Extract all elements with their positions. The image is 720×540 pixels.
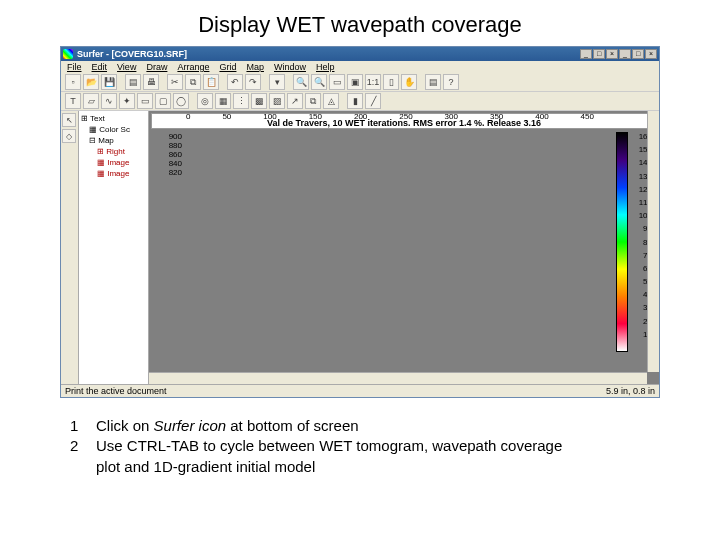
x-axis: 0 50 100 150 200 250 300 350 400 450 [186, 112, 594, 124]
restore-icon[interactable]: □ [593, 49, 605, 59]
doc-restore-icon[interactable]: □ [632, 49, 644, 59]
text-icon[interactable]: T [65, 93, 81, 109]
object-manager-icon[interactable]: ▤ [425, 74, 441, 90]
titlebar-text: Surfer - [COVERG10.SRF] [77, 49, 576, 59]
ellipse-icon[interactable]: ◯ [173, 93, 189, 109]
tree-item[interactable]: ⊟ Map [81, 135, 146, 146]
y-tick: 880 [152, 141, 182, 150]
status-text: Print the active document [65, 386, 167, 396]
basemap-icon[interactable]: ▦ [215, 93, 231, 109]
copy-icon[interactable]: ⧉ [185, 74, 201, 90]
statusbar: Print the active document 5.9 in, 0.8 in [61, 384, 659, 397]
polyline-icon[interactable]: ∿ [101, 93, 117, 109]
workspace: ↖ ◇ ⊞ Text ▦ Color Sc ⊟ Map ⊞ Right ▦ Im… [61, 111, 659, 384]
window-buttons: _ □ × _ □ × [580, 49, 657, 59]
side-toolbar: ↖ ◇ [61, 111, 79, 384]
zoom-in-icon[interactable]: 🔍 [293, 74, 309, 90]
vectormap-icon[interactable]: ↗ [287, 93, 303, 109]
cut-icon[interactable]: ✂ [167, 74, 183, 90]
line-icon[interactable]: ╱ [365, 93, 381, 109]
menu-map[interactable]: Map [246, 62, 264, 72]
plot-area[interactable]: Val de Travers, 10 WET iterations. RMS e… [151, 113, 657, 129]
y-tick: 840 [152, 159, 182, 168]
colorbar [616, 132, 628, 352]
x-tick: 100 [263, 112, 276, 124]
step-text-cont: plot and 1D-gradient initial model [96, 457, 650, 477]
step-text: Click on Surfer icon at bottom of screen [96, 416, 359, 436]
slide-title: Display WET wavepath coverage [0, 0, 720, 46]
tree-item[interactable]: ⊞ Text [81, 113, 146, 124]
paste-icon[interactable]: 📋 [203, 74, 219, 90]
zoom-out-icon[interactable]: 🔍 [311, 74, 327, 90]
close-icon[interactable]: × [606, 49, 618, 59]
tree-item[interactable]: ⊞ Right [81, 146, 146, 157]
minimize-icon[interactable]: _ [580, 49, 592, 59]
titlebar[interactable]: Surfer - [COVERG10.SRF] _ □ × _ □ × [61, 47, 659, 61]
new-icon[interactable]: ▫ [65, 74, 81, 90]
rounded-rect-icon[interactable]: ▢ [155, 93, 171, 109]
undo-icon[interactable]: ↶ [227, 74, 243, 90]
toolbar-draw: T ▱ ∿ ✦ ▭ ▢ ◯ ◎ ▦ ⋮ ▩ ▨ ↗ ⧉ ◬ ▮ ╱ [61, 92, 659, 111]
x-tick: 400 [535, 112, 548, 124]
save-icon[interactable]: 💾 [101, 74, 117, 90]
menu-grid[interactable]: Grid [219, 62, 236, 72]
menu-view[interactable]: View [117, 62, 136, 72]
x-tick: 150 [309, 112, 322, 124]
export-icon[interactable]: ▤ [125, 74, 141, 90]
menu-edit[interactable]: Edit [92, 62, 108, 72]
zoom-actual-icon[interactable]: 1:1 [365, 74, 381, 90]
menu-arrange[interactable]: Arrange [177, 62, 209, 72]
y-tick: 900 [152, 132, 182, 141]
instructions: 1 Click on Surfer icon at bottom of scre… [70, 416, 650, 477]
doc-close-icon[interactable]: × [645, 49, 657, 59]
redo-icon[interactable]: ↷ [245, 74, 261, 90]
wireframe-icon[interactable]: ⧉ [305, 93, 321, 109]
menu-window[interactable]: Window [274, 62, 306, 72]
help-icon[interactable]: ? [443, 74, 459, 90]
fill-icon[interactable]: ▮ [347, 93, 363, 109]
step-text: Use CTRL-TAB to cycle between WET tomogr… [96, 436, 562, 456]
postmap-icon[interactable]: ⋮ [233, 93, 249, 109]
symbol-icon[interactable]: ✦ [119, 93, 135, 109]
pan-icon[interactable]: ✋ [401, 74, 417, 90]
doc-minimize-icon[interactable]: _ [619, 49, 631, 59]
x-tick: 450 [581, 112, 594, 124]
app-icon [63, 49, 73, 59]
open-icon[interactable]: 📂 [83, 74, 99, 90]
menubar: File Edit View Draw Arrange Grid Map Win… [61, 61, 659, 73]
surfer-window: Surfer - [COVERG10.SRF] _ □ × _ □ × File… [60, 46, 660, 398]
x-tick: 250 [399, 112, 412, 124]
step-number: 2 [70, 436, 82, 456]
y-tick: 860 [152, 150, 182, 159]
select-icon[interactable]: ↖ [62, 113, 76, 127]
reshape-icon[interactable]: ◇ [62, 129, 76, 143]
zoom-dropdown[interactable]: ▾ [269, 74, 285, 90]
print-icon[interactable]: 🖶 [143, 74, 159, 90]
imagemap-icon[interactable]: ▩ [251, 93, 267, 109]
polygon-icon[interactable]: ▱ [83, 93, 99, 109]
tree-item[interactable]: ▦ Color Sc [81, 124, 146, 135]
x-tick: 350 [490, 112, 503, 124]
rectangle-icon[interactable]: ▭ [137, 93, 153, 109]
menu-draw[interactable]: Draw [146, 62, 167, 72]
surface-icon[interactable]: ◬ [323, 93, 339, 109]
y-tick: 820 [152, 168, 182, 177]
scrollbar-horizontal[interactable] [149, 372, 647, 384]
tree-item[interactable]: ▦ Image [81, 157, 146, 168]
contour-icon[interactable]: ◎ [197, 93, 213, 109]
x-tick: 50 [222, 112, 231, 124]
zoom-fit-icon[interactable]: ▣ [347, 74, 363, 90]
scrollbar-vertical[interactable] [647, 111, 659, 372]
x-tick: 0 [186, 112, 190, 124]
toolbar-main: ▫ 📂 💾 ▤ 🖶 ✂ ⧉ 📋 ↶ ↷ ▾ 🔍 🔍 ▭ ▣ 1:1 ▯ ✋ ▤ … [61, 73, 659, 92]
shadedrelief-icon[interactable]: ▨ [269, 93, 285, 109]
menu-file[interactable]: File [67, 62, 82, 72]
zoom-page-icon[interactable]: ▯ [383, 74, 399, 90]
object-tree[interactable]: ⊞ Text ▦ Color Sc ⊟ Map ⊞ Right ▦ Image … [79, 111, 149, 384]
menu-help[interactable]: Help [316, 62, 335, 72]
status-coords: 5.9 in, 0.8 in [606, 386, 655, 396]
tree-item[interactable]: ▦ Image [81, 168, 146, 179]
x-tick: 200 [354, 112, 367, 124]
x-tick: 300 [445, 112, 458, 124]
zoom-rect-icon[interactable]: ▭ [329, 74, 345, 90]
